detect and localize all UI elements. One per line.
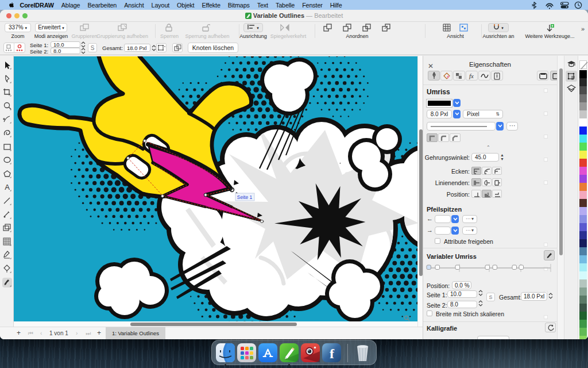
svg-text:fx: fx	[469, 72, 474, 79]
svg-text:A: A	[5, 183, 10, 191]
svg-text:f: f	[330, 346, 335, 361]
svg-text:Seite 1: Seite 1	[237, 194, 253, 200]
